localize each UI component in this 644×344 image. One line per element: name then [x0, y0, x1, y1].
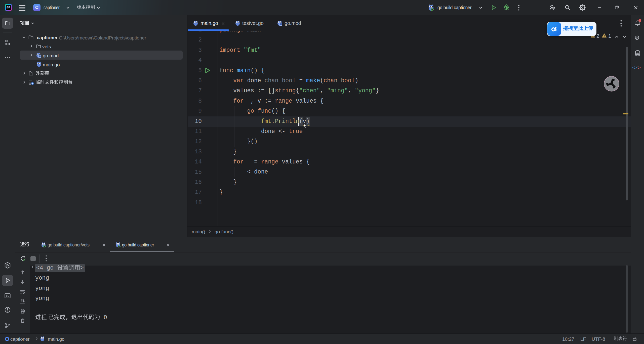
svg-text:GO: GO	[7, 6, 10, 8]
